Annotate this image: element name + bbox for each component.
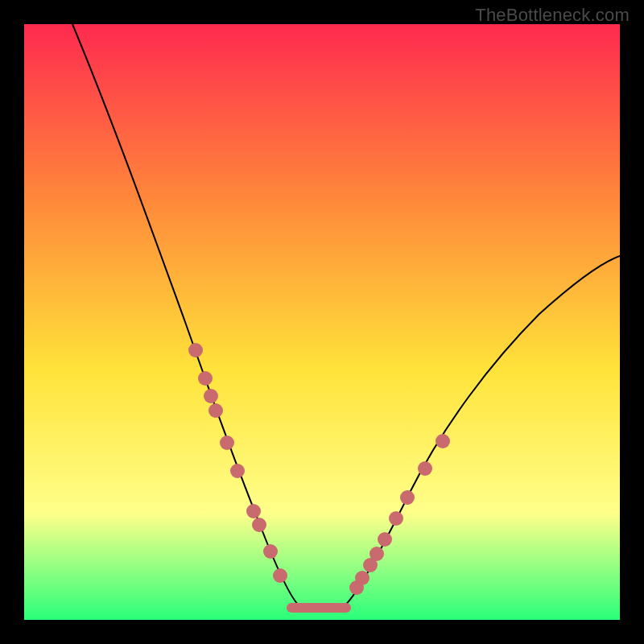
bottleneck-curve — [24, 24, 620, 620]
watermark-text: TheBottleneck.com — [475, 5, 630, 26]
plot-area — [24, 24, 620, 620]
svg-point-15 — [378, 532, 392, 547]
svg-point-5 — [220, 436, 234, 450]
svg-point-7 — [246, 504, 261, 518]
highlight-dots-right — [349, 434, 450, 595]
svg-point-12 — [355, 571, 369, 585]
chart-frame: TheBottleneck.com — [0, 0, 644, 644]
svg-point-3 — [204, 389, 218, 403]
svg-point-2 — [198, 371, 213, 386]
svg-point-8 — [252, 518, 266, 532]
svg-point-10 — [273, 568, 287, 583]
svg-point-17 — [400, 490, 415, 505]
svg-point-1 — [188, 343, 203, 357]
svg-point-9 — [263, 544, 278, 559]
highlight-dots-left — [188, 343, 287, 583]
svg-point-16 — [389, 511, 403, 526]
svg-point-14 — [369, 547, 384, 561]
curve-left — [72, 24, 302, 608]
svg-point-18 — [418, 461, 432, 476]
svg-point-19 — [436, 434, 450, 448]
svg-point-6 — [230, 464, 245, 478]
svg-point-4 — [208, 403, 223, 418]
